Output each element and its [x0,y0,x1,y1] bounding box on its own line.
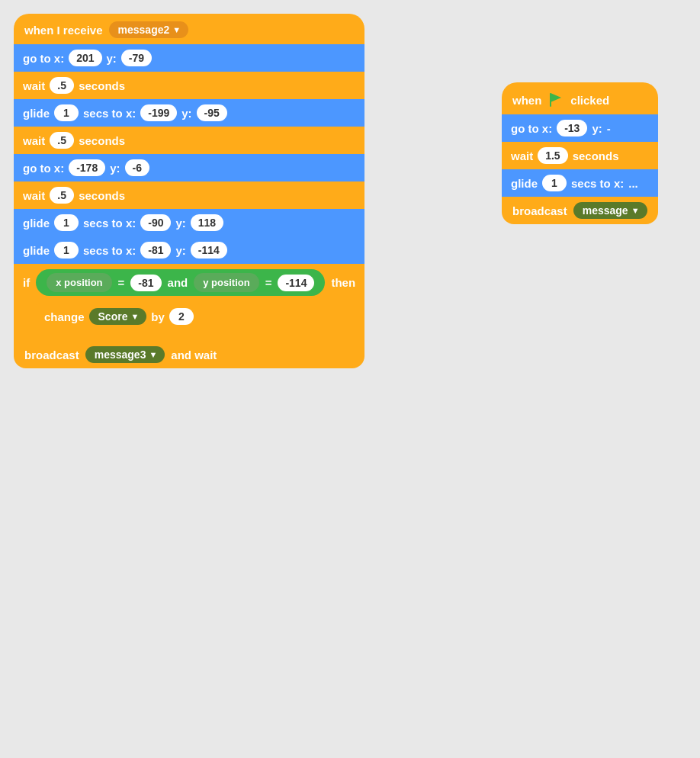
wait-suffix-2: seconds [79,134,125,147]
right-block-stack: when clicked go to x: -13 y: - wait 1.5 … [502,82,658,224]
glide-block-1[interactable]: glide 1 secs to x: -199 y: -95 [14,99,364,127]
goto-x-val-1[interactable]: 201 [69,50,101,66]
glide-y-1[interactable]: -95 [197,104,227,121]
glide-block-3[interactable]: glide 1 secs to x: -81 y: -114 [14,236,364,264]
right-broadcast-label: broadcast [512,204,567,217]
if-condition-row[interactable]: if x position = -81 and y position = -11… [14,264,364,301]
glide-y-label-3: y: [175,244,185,257]
goto-y-label-1: y: [107,52,117,65]
glide-secs-3[interactable]: 1 [54,242,79,259]
wait-suffix-1: seconds [79,79,125,92]
right-wait-block[interactable]: wait 1.5 seconds [502,142,658,169]
when-label: when [512,94,541,107]
y-val-condition[interactable]: -114 [278,275,314,291]
right-glide-secs[interactable]: 1 [542,175,567,191]
goto-y-val-1[interactable]: -79 [121,50,152,66]
right-dropdown-arrow: ▼ [631,206,640,215]
goto-label-1: go to x: [23,52,64,65]
wait-label-2: wait [23,134,45,147]
left-block-stack: when I receive message2 ▼ go to x: 201 y… [14,14,364,368]
glide-y-label-2: y: [175,217,185,230]
glide-y-label-1: y: [181,107,191,120]
green-flag-icon [547,92,564,108]
goto-label-2: go to x: [23,162,64,175]
right-wait-suffix: seconds [573,149,619,162]
message2-dropdown[interactable]: message2 ▼ [109,21,189,38]
score-dropdown[interactable]: Score ▼ [89,308,147,325]
glide-secs-2[interactable]: 1 [54,214,79,231]
glide-y-3[interactable]: -114 [191,242,227,259]
wait-val-3[interactable]: .5 [50,187,74,204]
right-wait-label: wait [511,149,533,162]
dropdown-arrow: ▼ [172,25,181,34]
glide-label-1: glide [23,107,50,120]
if-close-arm [14,332,364,341]
goto-y-val-2[interactable]: -6 [125,159,149,176]
svg-marker-0 [551,93,561,102]
goto-x-val-2[interactable]: -178 [69,159,105,176]
then-label: then [331,276,355,289]
wait-label-1: wait [23,79,45,92]
glide-label-2: glide [23,217,50,230]
when-i-receive-label: when I receive [24,24,103,37]
glide-secs-1[interactable]: 1 [54,104,79,121]
svg-rect-1 [550,93,551,107]
message3-dropdown[interactable]: message3 ▼ [85,346,165,363]
right-glide-dots: ... [628,177,638,190]
condition-block[interactable]: x position = -81 and y position = -114 [36,269,325,296]
wait-block-3[interactable]: wait .5 seconds [14,181,364,209]
wait-val-1[interactable]: .5 [50,77,74,94]
x-position-pill[interactable]: x position [47,273,111,292]
y-position-pill[interactable]: y position [194,273,258,292]
score-dropdown-arrow: ▼ [130,312,139,321]
wait-block-1[interactable]: wait .5 seconds [14,72,364,99]
wait-label-3: wait [23,189,45,202]
glide-y-2[interactable]: 118 [191,214,223,231]
when-flag-clicked-block[interactable]: when clicked [502,82,658,114]
when-i-receive-block[interactable]: when I receive message2 ▼ [14,14,364,44]
change-score-block[interactable]: change Score ▼ by 2 [35,303,203,330]
wait-val-2[interactable]: .5 [50,132,74,149]
glide-secs-label-1: secs to x: [83,107,136,120]
goto-block-1[interactable]: go to x: 201 y: -79 [14,44,364,72]
x-val-condition[interactable]: -81 [130,275,161,291]
equals-2: = [265,276,272,289]
message3-arrow: ▼ [149,350,157,359]
right-glide-label: glide [511,177,538,190]
right-goto-y-dots: - [607,122,611,135]
broadcast-wait-suffix: and wait [171,348,217,361]
change-val[interactable]: 2 [169,308,194,325]
goto-y-label-2: y: [110,162,120,175]
and-label: and [168,276,188,289]
scratch-area: when I receive message2 ▼ go to x: 201 y… [0,0,700,758]
glide-x-2[interactable]: -90 [140,214,171,231]
right-broadcast-block[interactable]: broadcast message ▼ [502,197,658,224]
wait-block-2[interactable]: wait .5 seconds [14,127,364,154]
by-label: by [151,310,165,323]
if-body: change Score ▼ by 2 [14,301,364,332]
glide-block-2[interactable]: glide 1 secs to x: -90 y: 118 [14,209,364,236]
right-goto-block[interactable]: go to x: -13 y: - [502,114,658,142]
glide-label-3: glide [23,244,50,257]
glide-secs-label-3: secs to x: [83,244,136,257]
right-goto-x[interactable]: -13 [557,120,587,137]
equals-1: = [118,276,125,289]
right-goto-y-label: y: [592,122,602,135]
glide-secs-label-2: secs to x: [83,217,136,230]
broadcast-wait-block[interactable]: broadcast message3 ▼ and wait [14,341,364,368]
goto-block-2[interactable]: go to x: -178 y: -6 [14,154,364,181]
right-glide-secs-label: secs to x: [571,177,624,190]
right-goto-label: go to x: [511,122,552,135]
right-wait-val[interactable]: 1.5 [538,147,567,164]
if-label: if [23,276,30,289]
if-block[interactable]: if x position = -81 and y position = -11… [14,264,364,341]
wait-suffix-3: seconds [79,189,125,202]
broadcast-wait-label: broadcast [24,348,79,361]
glide-x-3[interactable]: -81 [140,242,171,259]
glide-x-1[interactable]: -199 [140,104,177,121]
right-glide-block[interactable]: glide 1 secs to x: ... [502,169,658,197]
clicked-label: clicked [570,94,609,107]
change-label: change [44,310,85,323]
right-message-dropdown[interactable]: message ▼ [573,202,647,219]
